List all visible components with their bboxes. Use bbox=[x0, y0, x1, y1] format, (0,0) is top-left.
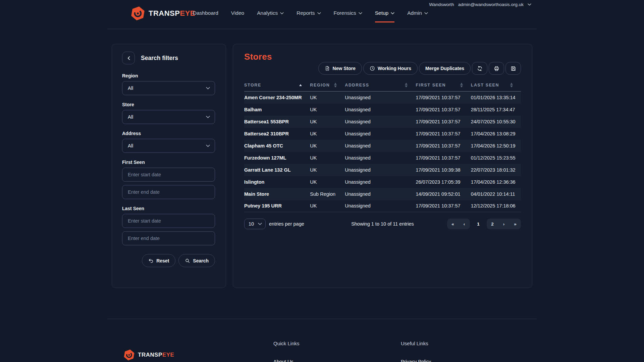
pagination-page-1-button[interactable]: 1 bbox=[473, 219, 484, 229]
cell-address: Unassigned bbox=[345, 176, 416, 188]
clock-icon bbox=[370, 66, 375, 71]
table-row[interactable]: IslingtonUKUnassigned26/07/2023 17:05:39… bbox=[244, 176, 521, 188]
last-seen-end-input[interactable] bbox=[122, 231, 215, 245]
table-row[interactable]: Furzedown 127MLUKUnassigned17/09/2021 10… bbox=[244, 152, 521, 164]
cell-address: Unassigned bbox=[345, 104, 416, 116]
table-row[interactable]: Garratt Lane 132 GLUKUnassigned17/09/202… bbox=[244, 164, 521, 176]
nav-item-setup[interactable]: Setup bbox=[375, 10, 395, 22]
nav-divider bbox=[107, 29, 537, 29]
cell-store: Putney 195 URR bbox=[244, 200, 310, 212]
cell-region: UK bbox=[310, 164, 345, 176]
table-row[interactable]: Battersea2 310BPRUKUnassigned17/09/2021 … bbox=[244, 128, 521, 140]
column-header-label: STORE bbox=[244, 83, 261, 87]
nav-item-label: Forensics bbox=[334, 10, 356, 16]
merge-duplicates-button-label: Merge Duplicates bbox=[425, 66, 464, 71]
last-seen-label: Last Seen bbox=[122, 206, 215, 211]
about-us-link[interactable]: About Us bbox=[273, 359, 293, 362]
search-button-label: Search bbox=[193, 258, 209, 263]
pagination-prev-button[interactable]: ‹ bbox=[459, 219, 470, 229]
table-row[interactable]: Putney 195 URRUKUnassigned17/09/2021 10:… bbox=[244, 200, 521, 212]
table-row[interactable]: Main StoreSub RegionUnassigned14/09/2021… bbox=[244, 188, 521, 200]
quick-links-heading: Quick Links bbox=[273, 341, 401, 346]
cell-last-seen: 17/04/2026 13:08:29 bbox=[471, 128, 521, 140]
cell-address: Unassigned bbox=[345, 116, 416, 128]
store-label: Store bbox=[122, 102, 215, 107]
cell-first-seen: 17/09/2021 10:37:57 bbox=[416, 128, 471, 140]
collapse-filters-button[interactable] bbox=[122, 52, 135, 64]
pagination-first-button[interactable]: « bbox=[447, 219, 459, 229]
cell-address: Unassigned bbox=[345, 140, 416, 152]
pagination-last-button[interactable]: » bbox=[509, 219, 521, 229]
top-navbar: TRANSPEYE DashboardVideoAnalyticsReports… bbox=[0, 0, 644, 29]
nav-item-label: Analytics bbox=[257, 10, 278, 16]
store-select[interactable]: All bbox=[122, 110, 215, 124]
cell-store: Amen Corner 234-250MR bbox=[244, 92, 310, 104]
footer: TRANSPEYE Quick Links About Us Useful Li… bbox=[107, 336, 537, 362]
first-seen-end-input[interactable] bbox=[122, 185, 215, 199]
cell-region: UK bbox=[310, 176, 345, 188]
nav-item-reports[interactable]: Reports bbox=[297, 10, 321, 22]
cell-address: Unassigned bbox=[345, 92, 416, 104]
cell-region: UK bbox=[310, 116, 345, 128]
save-button[interactable] bbox=[505, 62, 521, 75]
nav-item-video[interactable]: Video bbox=[231, 10, 244, 22]
column-header-first-seen[interactable]: FIRST SEEN bbox=[416, 80, 471, 92]
column-header-region[interactable]: REGION bbox=[310, 80, 345, 92]
nav-item-admin[interactable]: Admin bbox=[407, 10, 428, 22]
nav-item-label: Setup bbox=[375, 10, 389, 16]
nav-item-analytics[interactable]: Analytics bbox=[257, 10, 284, 22]
cell-first-seen: 17/09/2021 10:37:57 bbox=[416, 104, 471, 116]
pagination-page-2-button[interactable]: 2 bbox=[487, 219, 498, 229]
chevron-down-icon bbox=[206, 87, 210, 89]
column-header-last-seen[interactable]: LAST SEEN bbox=[471, 80, 521, 92]
table-row[interactable]: BalhamUKUnassigned17/09/2021 10:37:5728/… bbox=[244, 104, 521, 116]
sort-icon bbox=[460, 83, 463, 87]
nav-item-forensics[interactable]: Forensics bbox=[334, 10, 362, 22]
table-row[interactable]: Clapham 45 OTCUKUnassigned17/09/2021 10:… bbox=[244, 140, 521, 152]
refresh-icon bbox=[477, 66, 483, 71]
brand-logo[interactable]: TRANSPEYE bbox=[130, 6, 195, 21]
working-hours-button[interactable]: Working Hours bbox=[363, 62, 418, 75]
chevron-down-icon bbox=[424, 12, 428, 14]
cell-first-seen: 14/09/2021 09:52:01 bbox=[416, 188, 471, 200]
print-button[interactable] bbox=[489, 62, 504, 75]
nav-item-dashboard[interactable]: Dashboard bbox=[193, 10, 218, 22]
page-size-select[interactable]: 10 bbox=[244, 219, 266, 229]
column-header-address[interactable]: ADDRESS bbox=[345, 80, 416, 92]
pagination-next-button[interactable]: › bbox=[498, 219, 509, 229]
pagination: « ‹ 1 2 › » bbox=[447, 219, 521, 229]
search-button[interactable]: Search bbox=[178, 254, 215, 267]
first-seen-label: First Seen bbox=[122, 160, 215, 165]
cell-region: UK bbox=[310, 104, 345, 116]
address-select[interactable]: All bbox=[122, 139, 215, 153]
column-header-label: FIRST SEEN bbox=[416, 83, 446, 87]
table-row[interactable]: Amen Corner 234-250MRUKUnassigned17/09/2… bbox=[244, 92, 521, 104]
chevron-down-icon bbox=[206, 116, 210, 118]
brand-logo-icon bbox=[123, 349, 135, 361]
first-seen-start-input[interactable] bbox=[122, 168, 215, 182]
nav-menu: DashboardVideoAnalyticsReportsForensicsS… bbox=[193, 10, 428, 22]
footer-quick-links: Quick Links About Us bbox=[273, 336, 401, 362]
page: TRANSPEYE DashboardVideoAnalyticsReports… bbox=[0, 0, 644, 362]
table-row[interactable]: Battersea1 553BPRUKUnassigned17/09/2021 … bbox=[244, 116, 521, 128]
sort-icon bbox=[510, 83, 513, 87]
new-store-button[interactable]: New Store bbox=[318, 62, 362, 75]
user-menu[interactable]: Wandsworth admin@wandsworthoasis.org.uk bbox=[429, 2, 531, 7]
last-seen-start-input[interactable] bbox=[122, 214, 215, 228]
column-header-store[interactable]: STORE bbox=[244, 80, 310, 92]
entries-per-page-label: entries per page bbox=[269, 221, 304, 227]
cell-address: Unassigned bbox=[345, 188, 416, 200]
cell-last-seen: 12/12/2025 17:18:06 bbox=[471, 200, 521, 212]
merge-duplicates-button[interactable]: Merge Duplicates bbox=[419, 62, 471, 75]
useful-links-heading: Useful Links bbox=[401, 341, 528, 346]
region-select-value: All bbox=[128, 85, 133, 91]
refresh-button[interactable] bbox=[472, 62, 487, 75]
printer-icon bbox=[494, 66, 499, 71]
search-icon bbox=[185, 258, 190, 263]
privacy-policy-link[interactable]: Privacy Policy bbox=[401, 359, 431, 362]
footer-brand-logo[interactable]: TRANSPEYE bbox=[123, 345, 273, 362]
region-select[interactable]: All bbox=[122, 81, 215, 95]
chevron-down-icon bbox=[528, 3, 531, 6]
file-plus-icon bbox=[325, 66, 330, 71]
reset-button[interactable]: Reset bbox=[142, 254, 175, 267]
